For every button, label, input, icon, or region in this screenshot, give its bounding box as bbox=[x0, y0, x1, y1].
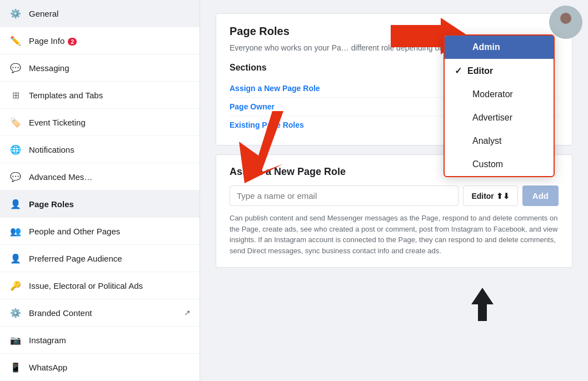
sidebar-item-branded-content[interactable]: ⚙️Branded Content↗ bbox=[0, 299, 200, 327]
sidebar-label-issue-electoral: Issue, Electoral or Political Ads bbox=[29, 281, 143, 290]
sidebar-label-general: General bbox=[29, 9, 58, 18]
sidebar-item-instagram[interactable]: 📷Instagram bbox=[0, 327, 200, 354]
dropdown-item-editor[interactable]: ✓Editor bbox=[445, 59, 554, 83]
sidebar-icon-messaging: 💬 bbox=[9, 61, 22, 74]
dropdown-label-admin: Admin bbox=[472, 42, 500, 52]
sidebar-icon-whatsapp: 📱 bbox=[9, 360, 22, 374]
assign-description: Can publish content and send Messenger m… bbox=[230, 213, 559, 256]
sidebar-label-event-ticketing: Event Ticketing bbox=[29, 118, 86, 127]
sidebar-label-page-info: Page Info2 bbox=[29, 36, 77, 46]
sidebar-label-notifications: Notifications bbox=[29, 145, 74, 154]
dropdown-label-moderator: Moderator bbox=[472, 89, 513, 99]
sidebar-icon-event-ticketing: 🏷️ bbox=[9, 116, 22, 129]
svg-marker-4 bbox=[471, 288, 494, 321]
sidebar-item-advanced-messaging[interactable]: 💬Advanced Mes… bbox=[0, 163, 200, 190]
sidebar-label-instagram: Instagram bbox=[29, 335, 66, 345]
dropdown-item-advertiser[interactable]: Advertiser bbox=[445, 106, 554, 129]
add-button[interactable]: Add bbox=[522, 186, 559, 206]
sidebar-icon-templates-and-tabs: ⊞ bbox=[9, 88, 22, 102]
role-select-button[interactable]: Editor ⬆⬇ bbox=[463, 186, 517, 206]
sidebar-item-whatsapp[interactable]: 📱WhatsApp bbox=[0, 354, 200, 381]
sidebar-icon-people-and-other-pages: 👥 bbox=[9, 224, 22, 238]
dropdown-label-advertiser: Advertiser bbox=[472, 113, 512, 123]
sidebar-item-templates-and-tabs[interactable]: ⊞Templates and Tabs bbox=[0, 82, 200, 109]
sidebar: ⚙️General✏️Page Info2💬Messaging⊞Template… bbox=[0, 0, 200, 381]
dropdown-label-analyst: Analyst bbox=[472, 136, 501, 146]
sidebar-icon-instagram: 📷 bbox=[9, 333, 22, 347]
sidebar-item-notifications[interactable]: 🌐Notifications bbox=[0, 136, 200, 163]
role-dropdown: Admin✓EditorModeratorAdvertiserAnalystCu… bbox=[444, 34, 555, 177]
dropdown-item-moderator[interactable]: Moderator bbox=[445, 83, 554, 106]
dropdown-item-analyst[interactable]: Analyst bbox=[445, 129, 554, 153]
sidebar-icon-advanced-messaging: 💬 bbox=[9, 170, 22, 183]
sidebar-label-messaging: Messaging bbox=[29, 63, 69, 73]
sidebar-label-page-roles: Page Roles bbox=[29, 199, 74, 209]
main-content: Page Roles Everyone who works on your Pa… bbox=[200, 0, 588, 381]
sidebar-icon-preferred-page-audience: 👤 bbox=[9, 252, 22, 265]
sidebar-label-people-and-other-pages: People and Other Pages bbox=[29, 227, 120, 236]
sidebar-item-issue-electoral[interactable]: 🔑Issue, Electoral or Political Ads bbox=[0, 272, 200, 299]
role-select-label: Editor bbox=[471, 192, 494, 200]
sidebar-icon-page-info: ✏️ bbox=[9, 34, 22, 47]
sidebar-label-branded-content: Branded Content bbox=[29, 308, 92, 318]
dropdown-label-editor: Editor bbox=[467, 66, 493, 76]
sidebar-icon-notifications: 🌐 bbox=[9, 143, 22, 156]
svg-point-1 bbox=[557, 25, 575, 36]
up-arrow-annotation bbox=[471, 288, 494, 321]
checkmark-icon: ✓ bbox=[455, 66, 462, 76]
dropdown-item-custom[interactable]: Custom bbox=[445, 153, 554, 176]
sidebar-item-people-and-other-pages[interactable]: 👥People and Other Pages bbox=[0, 218, 200, 245]
sidebar-item-event-ticketing[interactable]: 🏷️Event Ticketing bbox=[0, 109, 200, 136]
sidebar-item-preferred-page-audience[interactable]: 👤Preferred Page Audience bbox=[0, 245, 200, 272]
sidebar-label-advanced-messaging: Advanced Mes… bbox=[29, 172, 92, 182]
sidebar-item-page-info[interactable]: ✏️Page Info2 bbox=[0, 27, 200, 54]
external-link-icon-branded-content: ↗ bbox=[184, 308, 191, 317]
sidebar-item-messaging[interactable]: 💬Messaging bbox=[0, 54, 200, 82]
sidebar-icon-page-roles: 👤 bbox=[9, 197, 22, 210]
dropdown-item-admin[interactable]: Admin bbox=[445, 36, 554, 59]
svg-point-0 bbox=[560, 13, 571, 24]
name-email-input[interactable] bbox=[230, 186, 459, 206]
sidebar-label-preferred-page-audience: Preferred Page Audience bbox=[29, 254, 122, 263]
avatar bbox=[549, 6, 582, 39]
sidebar-icon-issue-electoral: 🔑 bbox=[9, 279, 22, 292]
sidebar-label-whatsapp: WhatsApp bbox=[29, 363, 67, 372]
sidebar-label-templates-and-tabs: Templates and Tabs bbox=[29, 91, 103, 100]
sidebar-badge-page-info: 2 bbox=[68, 38, 77, 46]
dropdown-label-custom: Custom bbox=[472, 159, 503, 169]
assign-row: Editor ⬆⬇ Add bbox=[230, 186, 559, 206]
sidebar-icon-branded-content: ⚙️ bbox=[9, 306, 22, 319]
sidebar-icon-general: ⚙️ bbox=[9, 7, 22, 20]
dropdown-box: Admin✓EditorModeratorAdvertiserAnalystCu… bbox=[444, 34, 555, 177]
sidebar-item-page-roles[interactable]: 👤Page Roles bbox=[0, 190, 200, 218]
role-select-arrow: ⬆⬇ bbox=[496, 192, 510, 200]
sidebar-item-general[interactable]: ⚙️General bbox=[0, 0, 200, 27]
